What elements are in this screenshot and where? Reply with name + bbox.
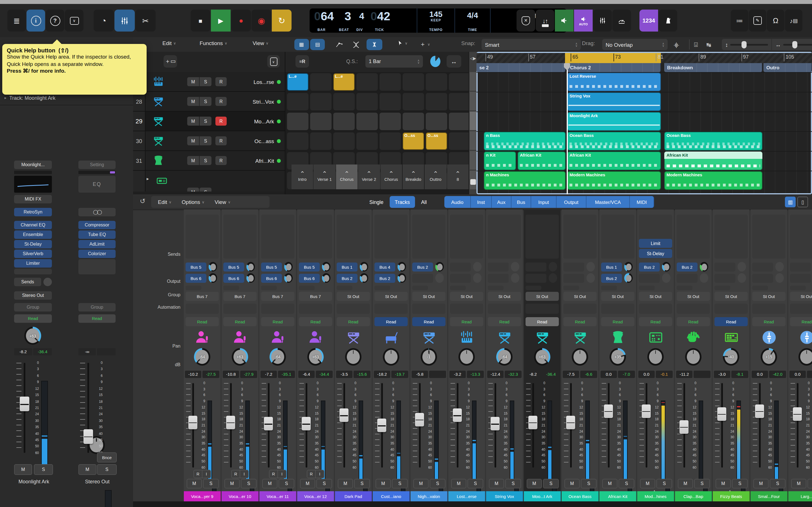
strip-pan-knob[interactable]: -1 bbox=[421, 348, 437, 365]
mixer-strip[interactable]: St OutRead0.003691215182124303540455060M… bbox=[788, 210, 812, 501]
strip-send-mini[interactable] bbox=[677, 286, 693, 290]
capture-record-button[interactable]: ◉ bbox=[252, 10, 271, 32]
strip-solo-button[interactable]: S bbox=[203, 479, 219, 489]
grid-record-rows-icon[interactable]: ≡R bbox=[296, 55, 309, 68]
track-header-row[interactable]: 30 M S R Oc...ass bbox=[133, 131, 285, 151]
out-peak-value[interactable] bbox=[97, 348, 116, 355]
strip-volume-fader[interactable] bbox=[340, 409, 349, 422]
arrangement-button-verse-1[interactable]: ⌃Verse 1 bbox=[314, 165, 336, 189]
expand-grid-button[interactable]: ↔ bbox=[447, 55, 461, 68]
play-button[interactable]: ▶ bbox=[211, 10, 231, 32]
strip-peak-value[interactable]: -32.3 bbox=[505, 371, 522, 378]
arrangement-marker[interactable]: Outro bbox=[763, 63, 812, 72]
strip-volume-value[interactable]: 0.0 bbox=[638, 371, 655, 378]
grid-cell[interactable] bbox=[426, 113, 447, 130]
strip-pan-knob[interactable]: -64 bbox=[269, 348, 286, 365]
grid-cell[interactable] bbox=[287, 132, 308, 150]
mixer-icon[interactable] bbox=[114, 10, 135, 32]
strip-audio-fx-area[interactable] bbox=[601, 215, 635, 259]
strip-send-slot[interactable]: Bus 2 bbox=[337, 274, 357, 283]
strip-output-slot[interactable]: St Out bbox=[374, 292, 408, 301]
track-mute-button[interactable]: M bbox=[187, 77, 199, 86]
mixer-strip[interactable]: Bus 5Bus 6Bus 7Read-64-7.2-35.1036912151… bbox=[259, 210, 296, 501]
mixer-filter-bus[interactable]: Bus bbox=[511, 196, 531, 208]
arrangement-button-intro[interactable]: ⌃Intro bbox=[292, 165, 313, 189]
preview-speaker-button[interactable] bbox=[555, 10, 573, 32]
strip-send-knob[interactable] bbox=[360, 273, 368, 283]
grid-clip[interactable]: L...e bbox=[333, 73, 355, 91]
strip-send-mini[interactable] bbox=[601, 286, 617, 290]
mixer-strip[interactable]: Bus 2St OutRead-1-5.80369121518212430354… bbox=[410, 210, 447, 501]
stop-button[interactable]: ■ bbox=[191, 10, 210, 32]
library-icon[interactable]: ≣ bbox=[7, 10, 26, 32]
mixer-filter-audio[interactable]: Audio bbox=[444, 196, 471, 208]
arrange-region[interactable]: African Kit bbox=[518, 152, 566, 170]
midi-fx-slot[interactable]: MIDI FX bbox=[14, 195, 52, 203]
strip-output-slot[interactable]: St Out bbox=[752, 292, 785, 301]
strip-peak-value[interactable]: -27.5 bbox=[202, 371, 219, 378]
strip-output-slot[interactable]: St Out bbox=[714, 292, 748, 301]
grid-cell[interactable] bbox=[310, 93, 332, 110]
playhead[interactable] bbox=[567, 63, 567, 194]
grid-cell[interactable] bbox=[310, 132, 332, 150]
strip-input-monitor-button[interactable]: I bbox=[202, 470, 211, 478]
mixer-strip[interactable]: St OutRead-7.5-6.60369121518212430354045… bbox=[562, 210, 598, 501]
mixer-strip[interactable]: LimitSt-DelayBus 2St OutRead0.0-0.103691… bbox=[637, 210, 674, 501]
strip-volume-value[interactable]: -7.5 bbox=[563, 371, 579, 378]
strip-send-mini[interactable] bbox=[714, 286, 730, 290]
divider-bottom-button[interactable] bbox=[470, 179, 476, 185]
strip-solo-button[interactable]: S bbox=[581, 479, 597, 489]
strip-send-empty[interactable] bbox=[450, 274, 471, 283]
strip-output-slot[interactable]: Bus 7 bbox=[261, 292, 294, 301]
strip-solo-button[interactable]: S bbox=[505, 479, 521, 489]
strip-solo-button[interactable]: S bbox=[656, 479, 672, 489]
strip-audio-fx-area[interactable] bbox=[488, 215, 521, 259]
strip-pan-knob[interactable] bbox=[458, 348, 475, 365]
strip-volume-value[interactable]: 0.0 bbox=[601, 371, 617, 378]
strip-volume-fader[interactable] bbox=[302, 417, 311, 431]
strip-peak-value[interactable]: -19.7 bbox=[391, 371, 408, 378]
track-record-enable-button[interactable]: R bbox=[215, 117, 227, 126]
strip-name-tab[interactable]: Voca...er 11 bbox=[259, 491, 297, 501]
grid-clip[interactable]: L...e bbox=[287, 73, 308, 91]
mixer-strip[interactable]: Bus 5Bus 6Bus 7Read-64-10.2-27.503691215… bbox=[184, 210, 220, 501]
strip-peak-value[interactable] bbox=[694, 371, 711, 378]
mixer-filter-output[interactable]: Output bbox=[557, 196, 587, 208]
grid-cell[interactable] bbox=[403, 113, 424, 130]
strip-automation-button[interactable]: Read bbox=[337, 317, 370, 326]
strip-name-tab[interactable]: Moo...t Ark bbox=[524, 491, 561, 501]
strip-volume-value[interactable]: -3.2 bbox=[449, 371, 466, 378]
track-header-row[interactable]: 28 M S R Stri...Vox bbox=[133, 92, 285, 112]
mixer-strip[interactable]: Bus 5Bus 6Bus 7Read+63-10.8-27.903691215… bbox=[221, 210, 258, 501]
strip-send-slot[interactable]: Bus 1 bbox=[601, 263, 622, 272]
strip-group-slot[interactable] bbox=[299, 304, 332, 314]
strip-pan-knob[interactable] bbox=[685, 348, 702, 365]
strip-send-empty[interactable] bbox=[752, 263, 773, 272]
strip-pan-knob[interactable]: -40 bbox=[723, 348, 739, 365]
strip-output-slot[interactable]: St Out bbox=[790, 292, 812, 301]
grid-cell[interactable] bbox=[356, 113, 378, 130]
volume-fader[interactable] bbox=[20, 397, 29, 411]
instrument-slot[interactable]: RetroSyn bbox=[14, 208, 52, 216]
strip-name-tab[interactable]: Voca...yer 9 bbox=[184, 491, 221, 501]
strip-send-mini[interactable] bbox=[752, 286, 768, 290]
mixer-menu-view[interactable]: View∨ bbox=[214, 199, 231, 205]
strip-name-tab[interactable]: Ocean Bass bbox=[562, 491, 599, 501]
strip-send-slot[interactable]: Bus 2 bbox=[412, 263, 433, 272]
tracks-menu-edit[interactable]: Edit∨ bbox=[162, 40, 176, 46]
strip-group-slot[interactable] bbox=[223, 304, 257, 314]
strip-output-slot[interactable]: St Out bbox=[337, 292, 370, 301]
mixer-strip[interactable]: Bus 1Bus 2St OutRead+350.0-7.00369121518… bbox=[599, 210, 636, 501]
strip-group-slot[interactable] bbox=[790, 304, 812, 314]
strip-send-slot[interactable]: Bus 6 bbox=[223, 274, 244, 283]
strip-solo-button[interactable]: S bbox=[278, 479, 294, 489]
strip-volume-value[interactable]: -10.2 bbox=[185, 371, 201, 378]
strip-mute-button[interactable]: M bbox=[489, 479, 504, 489]
strip-volume-fader[interactable] bbox=[528, 416, 538, 429]
strip-input-monitor-button[interactable]: I bbox=[277, 470, 287, 478]
strip-automation-button[interactable]: Read bbox=[488, 317, 521, 326]
strip-volume-value[interactable]: -8.2 bbox=[525, 371, 541, 378]
strip-send-empty[interactable] bbox=[525, 263, 546, 272]
out-volume-value[interactable]: -∞ bbox=[79, 348, 96, 355]
strip-peak-value[interactable]: -35.1 bbox=[278, 371, 295, 378]
